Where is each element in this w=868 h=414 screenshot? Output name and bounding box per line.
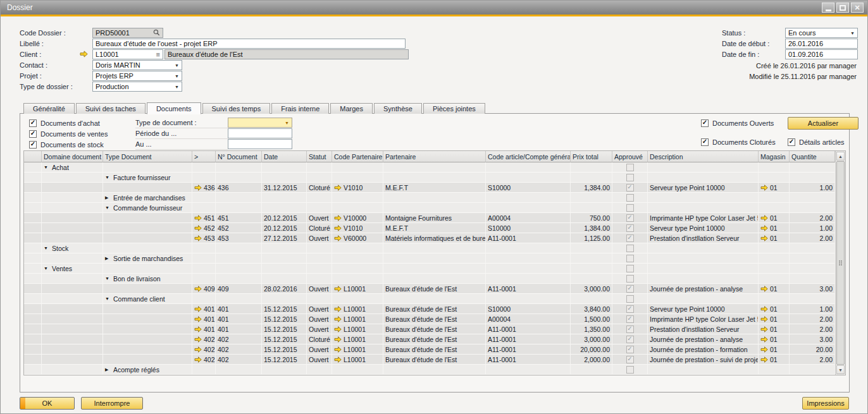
periode-du-field[interactable] bbox=[228, 128, 292, 138]
cell-codepart[interactable]: V60000 bbox=[332, 233, 383, 243]
cell-link[interactable]: 401 bbox=[192, 324, 216, 334]
cell-typedoc[interactable] bbox=[103, 355, 192, 365]
cell-domaine[interactable] bbox=[42, 365, 103, 375]
search-icon[interactable] bbox=[153, 29, 160, 37]
cell-quantite[interactable]: 3.00 bbox=[790, 284, 835, 294]
cell-article[interactable] bbox=[486, 365, 571, 375]
cell-numdoc[interactable]: 401 bbox=[216, 304, 262, 314]
contact-select[interactable]: Doris MARTIN ▼ bbox=[92, 60, 182, 70]
checkbox-documents-ouverts[interactable]: ✓ bbox=[701, 119, 709, 127]
cell-statut[interactable] bbox=[307, 294, 332, 304]
cell-approuve[interactable]: ✓ bbox=[612, 233, 648, 243]
cell-approuve[interactable] bbox=[612, 253, 648, 264]
type-document-combo[interactable]: ▼ bbox=[228, 118, 292, 128]
cell-link[interactable]: 401 bbox=[192, 314, 216, 324]
cell-statut[interactable] bbox=[307, 253, 332, 264]
cell-numdoc[interactable] bbox=[216, 193, 262, 203]
cell-desc[interactable]: Serveur type Point 10000 bbox=[648, 223, 759, 233]
cell-statut[interactable] bbox=[307, 243, 332, 253]
cell-sel[interactable] bbox=[24, 304, 42, 314]
cell-quantite[interactable]: 3.00 bbox=[790, 334, 835, 344]
status-select[interactable]: En cours ▼ bbox=[785, 28, 858, 38]
date-debut-field[interactable]: 26.01.2016 bbox=[785, 39, 858, 49]
column-header-prix[interactable]: Prix total bbox=[571, 151, 612, 162]
cell-magasin[interactable] bbox=[759, 162, 790, 173]
cell-statut[interactable]: Ouvert bbox=[307, 344, 332, 355]
doc-link-number[interactable]: 453 bbox=[204, 234, 215, 242]
doc-link-number[interactable]: 436 bbox=[204, 184, 215, 192]
cell-domaine[interactable] bbox=[42, 274, 103, 284]
cell-prix[interactable] bbox=[571, 193, 612, 203]
cell-quantite[interactable] bbox=[790, 203, 835, 213]
approved-checkbox[interactable] bbox=[626, 174, 634, 181]
cell-quantite[interactable]: 2.00 bbox=[790, 314, 835, 324]
cell-link[interactable]: 402 bbox=[192, 334, 216, 344]
cell-domaine[interactable] bbox=[42, 253, 103, 264]
cell-statut[interactable] bbox=[307, 264, 332, 274]
cell-sel[interactable] bbox=[24, 173, 42, 183]
approved-checkbox[interactable] bbox=[626, 194, 634, 202]
collapse-triangle-icon[interactable]: ▼ bbox=[44, 246, 50, 250]
cell-link[interactable] bbox=[192, 193, 216, 203]
cell-desc[interactable]: Journée de prestation - formation bbox=[648, 344, 759, 355]
approved-checkbox[interactable] bbox=[626, 164, 634, 171]
link-arrow-icon[interactable] bbox=[194, 306, 202, 312]
cell-codepart[interactable] bbox=[332, 193, 383, 203]
cell-typedoc[interactable]: ▶Sortie de marchandises bbox=[103, 253, 192, 264]
approved-checkbox[interactable] bbox=[626, 275, 634, 283]
cell-quantite[interactable]: 1.00 bbox=[790, 183, 835, 193]
cell-magasin[interactable]: 01 bbox=[759, 344, 790, 355]
cell-desc[interactable]: Journée de prestation - analyse bbox=[648, 284, 759, 294]
cell-domaine[interactable] bbox=[42, 203, 103, 213]
approved-checkbox[interactable]: ✓ bbox=[626, 285, 634, 293]
cell-quantite[interactable] bbox=[790, 274, 835, 284]
cell-article[interactable] bbox=[486, 294, 571, 304]
cell-partenaire[interactable]: Bureaux d'étude de l'Est bbox=[383, 334, 486, 344]
link-arrow-icon[interactable] bbox=[760, 286, 768, 292]
cell-sel[interactable] bbox=[24, 213, 42, 223]
doc-link-number[interactable]: 401 bbox=[204, 326, 215, 333]
cell-desc[interactable] bbox=[648, 365, 759, 375]
cell-approuve[interactable] bbox=[612, 193, 648, 203]
cell-statut[interactable] bbox=[307, 173, 332, 183]
cell-article[interactable] bbox=[486, 243, 571, 253]
projet-select[interactable]: Projets ERP ▼ bbox=[92, 71, 182, 81]
cell-article[interactable] bbox=[486, 203, 571, 213]
cell-prix[interactable] bbox=[571, 253, 612, 264]
cell-quantite[interactable]: 1.00 bbox=[790, 304, 835, 314]
choose-from-list-icon[interactable]: ≡ bbox=[156, 51, 160, 58]
cell-partenaire[interactable]: Bureaux d'étude de l'Est bbox=[383, 284, 486, 294]
approved-checkbox[interactable] bbox=[626, 295, 634, 303]
cell-numdoc[interactable]: 401 bbox=[216, 314, 262, 324]
cell-quantite[interactable]: 2.00 bbox=[790, 233, 835, 243]
cell-link[interactable]: 402 bbox=[192, 344, 216, 355]
cell-domaine[interactable]: ▼Stock bbox=[42, 243, 103, 253]
cell-quantite[interactable]: 2.00 bbox=[790, 324, 835, 334]
chevron-down-icon[interactable]: ▼ bbox=[172, 74, 179, 78]
cell-domaine[interactable] bbox=[42, 334, 103, 344]
link-arrow-icon[interactable] bbox=[194, 185, 202, 191]
column-header-quantite[interactable]: Quantite bbox=[790, 151, 835, 162]
cell-partenaire[interactable] bbox=[383, 264, 486, 274]
cell-domaine[interactable] bbox=[42, 193, 103, 203]
cell-partenaire[interactable] bbox=[383, 173, 486, 183]
cell-approuve[interactable] bbox=[612, 173, 648, 183]
tab-pieces-jointes[interactable]: Pièces jointes bbox=[423, 103, 485, 114]
approved-checkbox[interactable]: ✓ bbox=[626, 305, 634, 313]
cell-codepart[interactable]: L10001 bbox=[332, 334, 383, 344]
cell-link[interactable] bbox=[192, 162, 216, 173]
cell-quantite[interactable] bbox=[790, 253, 835, 264]
ok-button[interactable]: OK bbox=[20, 397, 75, 410]
column-header-article[interactable]: Code article/Compte général bbox=[486, 151, 571, 162]
cell-codepart[interactable] bbox=[332, 162, 383, 173]
cell-quantite[interactable]: 20.00 bbox=[790, 344, 835, 355]
cell-statut[interactable]: Ouvert bbox=[307, 314, 332, 324]
cell-numdoc[interactable] bbox=[216, 264, 262, 274]
cell-magasin[interactable]: 01 bbox=[759, 183, 790, 193]
cell-desc[interactable] bbox=[648, 294, 759, 304]
cell-article[interactable] bbox=[486, 274, 571, 284]
cell-sel[interactable] bbox=[24, 284, 42, 294]
link-arrow-icon[interactable] bbox=[334, 346, 342, 353]
cell-typedoc[interactable]: ▼Commande fournisseur bbox=[103, 203, 192, 213]
link-arrow-icon[interactable] bbox=[194, 336, 202, 343]
